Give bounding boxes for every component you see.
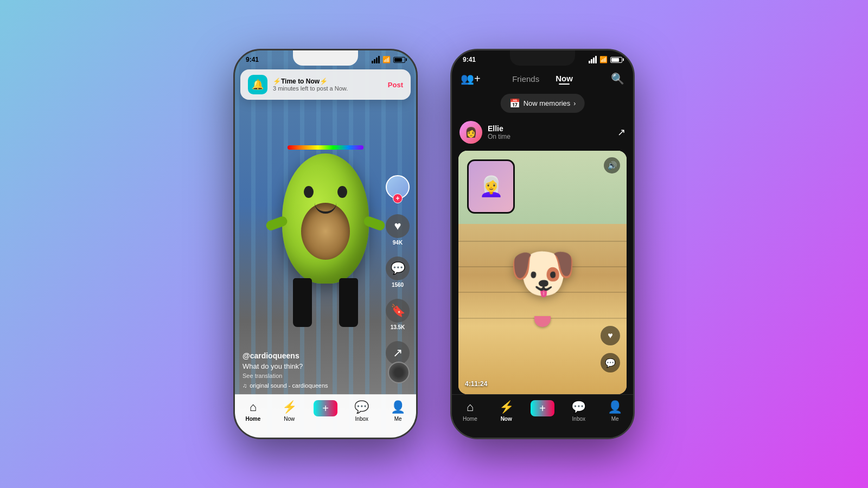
- like-button[interactable]: ♥ 94K: [386, 214, 410, 246]
- user-status: On time: [488, 133, 617, 140]
- nav-home-label-2: Home: [463, 416, 477, 422]
- now-icon-2: ⚡: [499, 400, 514, 414]
- user-row: 👩 Ellie On time ↗: [459, 121, 626, 144]
- memories-label: Now memories: [524, 99, 571, 107]
- nav-inbox-label-2: Inbox: [572, 416, 585, 422]
- notification-subtitle: 3 minutes left to post a Now.: [273, 85, 382, 92]
- video-username[interactable]: @cardioqueens: [242, 351, 381, 360]
- user-avatar: 👩: [459, 121, 482, 144]
- nav-create-1[interactable]: +: [308, 400, 344, 416]
- bottom-nav-1: ⌂ Home ⚡ Now + 💬 Inbox 👤 Me: [235, 394, 416, 438]
- tab-now[interactable]: Now: [556, 74, 573, 83]
- inbox-icon-2: 💬: [571, 400, 586, 414]
- tab-friends[interactable]: Friends: [512, 74, 539, 84]
- signal-icon: [372, 56, 380, 63]
- comment-button-2[interactable]: 💬: [601, 353, 620, 373]
- nav-inbox-2[interactable]: 💬 Inbox: [560, 400, 597, 422]
- timestamp: 4:11:24: [465, 380, 487, 388]
- nav-now-label-2: Now: [501, 416, 512, 422]
- sound-icon[interactable]: 🔊: [604, 157, 620, 174]
- bookmark-icon: 🔖: [386, 299, 410, 323]
- phone-2: 9:41 📶 👥+ Friends Now 🔍 📅 Now memories ›: [450, 49, 635, 439]
- memories-button[interactable]: 📅 Now memories ›: [501, 94, 585, 113]
- now-actions: ♥ 💬: [601, 326, 620, 373]
- notch-1: [293, 50, 358, 66]
- nav-home-2[interactable]: ⌂ Home: [452, 400, 488, 422]
- time-1: 9:41: [246, 56, 259, 63]
- nav-now-label-1: Now: [284, 416, 295, 422]
- home-icon-2: ⌂: [467, 400, 474, 414]
- create-button-2[interactable]: +: [531, 400, 554, 416]
- user-name: Ellie: [488, 124, 617, 133]
- wifi-icon: 📶: [382, 56, 391, 63]
- memories-calendar-icon: 📅: [509, 98, 520, 108]
- inbox-icon-1: 💬: [354, 400, 369, 414]
- status-icons-2: 📶: [589, 56, 622, 63]
- video-caption: What do you think?: [242, 362, 381, 370]
- chevron-right-icon: ›: [573, 100, 576, 107]
- music-label: original sound - cardioqueens: [250, 382, 328, 389]
- nav-now-1[interactable]: ⚡ Now: [271, 400, 308, 422]
- tab-underline: [559, 84, 570, 85]
- notification-title: ⚡Time to Now⚡: [273, 78, 382, 85]
- comment-button[interactable]: 💬 1560: [386, 256, 410, 288]
- post-button[interactable]: Post: [388, 81, 403, 89]
- see-translation[interactable]: See translation: [242, 373, 381, 379]
- notification-icon: 🔔: [248, 75, 267, 94]
- nav-home-1[interactable]: ⌂ Home: [235, 400, 271, 422]
- nav-now-2[interactable]: ⚡ Now: [488, 400, 525, 422]
- comment-count: 1560: [392, 282, 404, 288]
- time-2: 9:41: [463, 56, 476, 63]
- heart-button[interactable]: ♥: [601, 326, 620, 345]
- follow-plus-icon: +: [393, 194, 403, 203]
- save-count: 13.5K: [391, 324, 405, 330]
- like-count: 94K: [393, 240, 403, 246]
- phone-1: 9:41 📶 🔔 ⚡Time to Now⚡ 3 minutes left to…: [233, 49, 418, 439]
- nav-inbox-label-1: Inbox: [355, 416, 368, 422]
- heart-icon: ♥: [386, 214, 410, 238]
- video-info: @cardioqueens What do you think? See tra…: [242, 351, 381, 389]
- now-photos: 🐶 👩‍🦳 🔊 4:11:24 ♥ 💬: [458, 151, 627, 394]
- nav-me-1[interactable]: 👤 Me: [380, 400, 416, 422]
- notification-text: ⚡Time to Now⚡ 3 minutes left to post a N…: [273, 78, 382, 92]
- add-friend-icon[interactable]: 👥+: [461, 72, 481, 85]
- nav-home-label-1: Home: [246, 416, 261, 422]
- comment-icon: 💬: [386, 256, 410, 280]
- battery-icon-2: [610, 57, 622, 63]
- avocado-mascot: [251, 105, 400, 376]
- tab-now-wrapper: Now: [556, 74, 573, 84]
- creator-avatar[interactable]: +: [386, 175, 410, 203]
- music-note-icon: ♫: [242, 382, 247, 389]
- nav-inbox-1[interactable]: 💬 Inbox: [343, 400, 380, 422]
- create-button-1[interactable]: +: [314, 400, 337, 416]
- notch-2: [510, 50, 575, 66]
- selfie-overlay: 👩‍🦳: [467, 159, 515, 214]
- wifi-icon-2: 📶: [599, 56, 608, 63]
- profile-icon-1: 👤: [391, 400, 405, 414]
- nav-create-2[interactable]: +: [525, 400, 561, 416]
- battery-icon: [393, 57, 405, 63]
- bottom-nav-2: ⌂ Home ⚡ Now + 💬 Inbox 👤 Me: [452, 394, 633, 438]
- now-icon-1: ⚡: [282, 400, 297, 414]
- music-disk: [388, 362, 410, 383]
- nav-me-label-1: Me: [394, 416, 402, 422]
- signal-icon-2: [589, 56, 597, 63]
- user-info: Ellie On time: [488, 124, 617, 140]
- nav-me-label-2: Me: [611, 416, 619, 422]
- side-actions: + ♥ 94K 💬 1560 🔖 13.5K ↗ 13.5K: [386, 175, 410, 373]
- nav-me-2[interactable]: 👤 Me: [597, 400, 633, 422]
- profile-icon-2: 👤: [608, 400, 622, 414]
- search-icon[interactable]: 🔍: [611, 72, 624, 85]
- top-tabs: 👥+ Friends Now 🔍: [452, 69, 633, 88]
- home-icon: ⌂: [250, 400, 257, 414]
- status-icons-1: 📶: [372, 56, 405, 63]
- notification-banner[interactable]: 🔔 ⚡Time to Now⚡ 3 minutes left to post a…: [240, 69, 411, 100]
- video-music: ♫ original sound - cardioqueens: [242, 382, 381, 389]
- save-button[interactable]: 🔖 13.5K: [386, 299, 410, 330]
- share-icon-2[interactable]: ↗: [617, 126, 626, 138]
